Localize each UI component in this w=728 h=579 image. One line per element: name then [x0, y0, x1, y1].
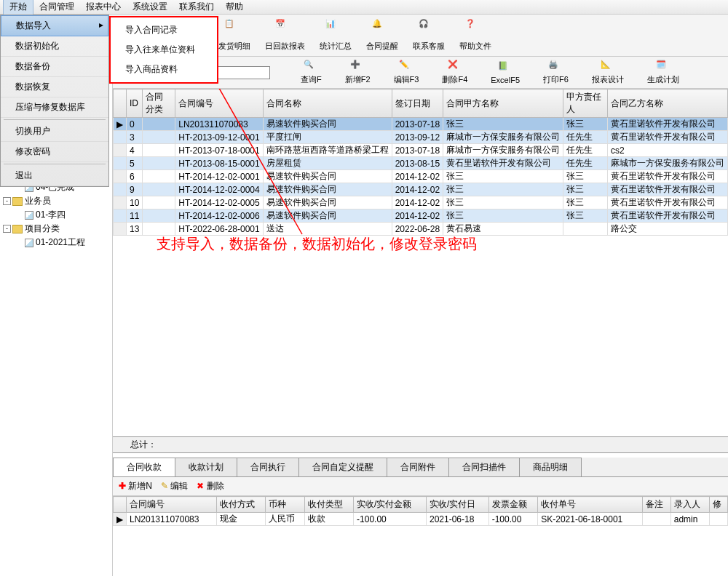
tree-label: 业务员: [25, 195, 51, 207]
table-row[interactable]: 6HT-2014-12-02-0001易速软件购买合同2014-12-02张三张…: [114, 170, 728, 183]
grid-col-header[interactable]: 合同编号: [175, 89, 263, 118]
grid-cell: 10: [127, 196, 143, 209]
dropdown-switch-user[interactable]: 切换用户: [1, 121, 108, 142]
contract-grid[interactable]: ID合同分类合同编号合同名称签订日期合同甲方名称甲方责任人合同乙方名称▶0LN2…: [113, 89, 728, 236]
detail-col-header[interactable]: 收付类型: [304, 497, 354, 513]
grid-cell: 2013-09-12: [392, 131, 443, 144]
dropdown-change-pwd[interactable]: 修改密码: [1, 142, 108, 162]
btn-excel[interactable]: 📗ExcelF5: [480, 61, 530, 84]
detail-delete[interactable]: ✖ 删除: [197, 480, 223, 492]
grid-cell: 张三: [563, 209, 608, 223]
grid-col-header[interactable]: ID: [127, 89, 143, 118]
table-row[interactable]: 5HT-2013-08-15-0001房屋租赁2013-08-15黄石里诺软件开…: [114, 157, 728, 170]
grid-cell: HT-2013-07-18-0001: [175, 144, 263, 157]
tool-help[interactable]: ❓帮助文件: [452, 17, 499, 53]
detail-edit[interactable]: ✎ 编辑: [161, 480, 188, 492]
table-row[interactable]: 3HT-2013-09-12-0001平度扛闸2013-09-12麻城市一方保安…: [114, 131, 728, 144]
grid-cell: 南环路慧垣西路等道路桥梁工程: [263, 144, 392, 157]
tree-item[interactable]: -业务员: [0, 194, 112, 208]
grid-col-header[interactable]: 合同甲方名称: [443, 89, 563, 118]
grid-cell: 房屋租赁: [263, 157, 392, 170]
menu-help[interactable]: 帮助: [220, 0, 249, 15]
tab-0[interactable]: 合同收款: [113, 458, 175, 476]
plus-icon: ✚: [119, 481, 126, 491]
dropdown-restore[interactable]: 数据恢复: [1, 77, 108, 97]
tab-2[interactable]: 合同执行: [237, 458, 299, 476]
tool-daily-report[interactable]: 📅日回款报表: [258, 17, 312, 53]
menu-settings[interactable]: 系统设置: [127, 0, 173, 15]
expand-icon[interactable]: -: [3, 197, 11, 205]
x-icon: ✖: [197, 481, 204, 491]
btn-query[interactable]: 🔍查询F: [290, 60, 332, 85]
grid-col-header[interactable]: 合同名称: [263, 89, 392, 118]
table-row[interactable]: 10HT-2014-12-02-0005易速软件购买合同2014-12-02张三…: [114, 196, 728, 209]
detail-col-header[interactable]: 实收/实付金额: [354, 497, 427, 513]
grid-cell: 0: [127, 118, 143, 131]
tool-remind[interactable]: 🔔合同提醒: [359, 17, 405, 53]
calendar-icon: 📅: [275, 19, 296, 39]
tab-1[interactable]: 收款计划: [175, 458, 237, 476]
tool-support[interactable]: 🎧联系客服: [405, 17, 452, 53]
btn-print[interactable]: 🖨️打印F6: [533, 60, 579, 85]
expand-icon[interactable]: -: [3, 225, 11, 233]
detail-add[interactable]: ✚ 新增N: [119, 480, 152, 492]
submenu-import-contract[interactable]: 导入合同记录: [111, 20, 217, 40]
submenu-import-company[interactable]: 导入往来单位资料: [111, 40, 217, 60]
btn-report-design[interactable]: 📐报表设计: [582, 60, 634, 85]
detail-col-header[interactable]: 实收/实付日: [426, 497, 488, 513]
grid-col-header[interactable]: 甲方责任人: [563, 89, 608, 118]
tab-3[interactable]: 合同自定义提醒: [298, 458, 387, 476]
btn-edit[interactable]: ✏️编辑F3: [384, 60, 430, 85]
detail-col-header[interactable]: 收付方式: [216, 497, 266, 513]
dropdown-import[interactable]: 数据导入: [1, 15, 108, 36]
menu-contact[interactable]: 联系我们: [173, 0, 220, 15]
menu-report[interactable]: 报表中心: [80, 0, 127, 15]
grid-col-header[interactable]: 签订日期: [392, 89, 443, 118]
grid-col-header[interactable]: 合同分类: [143, 89, 175, 118]
menubar: 开始 合同管理 报表中心 系统设置 联系我们 帮助: [0, 0, 728, 15]
menu-contract[interactable]: 合同管理: [33, 0, 80, 15]
grid-cell: 麻城市一方保安服务有限公司: [443, 131, 563, 144]
tool-stats[interactable]: 📊统计汇总: [312, 17, 359, 53]
detail-col-header[interactable]: 币种: [266, 497, 304, 513]
tree-item[interactable]: -项目分类: [0, 222, 112, 236]
menu-start[interactable]: 开始: [3, 0, 33, 15]
page-icon: [25, 211, 33, 220]
bell-icon: 🔔: [372, 19, 392, 39]
pencil-icon: ✎: [161, 481, 168, 491]
table-row[interactable]: ▶0LN201311070083易速软件购买合同2013-07-18张三张三黄石…: [114, 118, 728, 131]
dropdown-exit[interactable]: 退出: [1, 166, 108, 186]
detail-col-header[interactable]: 合同编号: [127, 497, 217, 513]
btn-delete[interactable]: ❌删除F4: [432, 60, 478, 85]
table-row[interactable]: 9HT-2014-12-02-0004易速软件购买合同2014-12-02张三张…: [114, 183, 728, 196]
tab-4[interactable]: 合同附件: [387, 458, 449, 476]
grid-cell: 2014-12-02: [392, 183, 443, 196]
grid-cell: 易速软件购买合同: [263, 183, 392, 196]
submenu-import-product[interactable]: 导入商品资料: [111, 60, 217, 79]
plus-icon: ➕: [350, 60, 365, 74]
dropdown-compress[interactable]: 压缩与修复数据库: [1, 97, 108, 118]
tab-5[interactable]: 合同扫描件: [448, 458, 520, 476]
detail-col-header[interactable]: 修: [710, 497, 728, 513]
btn-gen-plan[interactable]: 🗓️生成计划: [637, 60, 689, 85]
detail-col-header[interactable]: 收付单号: [538, 497, 642, 513]
table-row[interactable]: ▶LN201311070083现金人民币收款-100.002021-06-18-…: [114, 513, 728, 526]
grid-col-header[interactable]: 合同乙方名称: [608, 89, 728, 118]
detail-col-header[interactable]: 发票金额: [488, 497, 538, 513]
detail-col-header[interactable]: 录入人: [670, 497, 709, 513]
tree-item[interactable]: 01-李四: [0, 208, 112, 222]
tab-6[interactable]: 商品明细: [519, 458, 582, 476]
tree-item[interactable]: 01-2021工程: [0, 236, 112, 249]
grid-cell: 路公交: [608, 223, 728, 236]
grid-cell: LN201311070083: [127, 513, 217, 526]
dropdown-backup[interactable]: 数据备份: [1, 57, 108, 77]
table-row[interactable]: 4HT-2013-07-18-0001南环路慧垣西路等道路桥梁工程2013-07…: [114, 144, 728, 157]
grid-cell: LN201311070083: [175, 118, 263, 131]
row-indicator: ▶: [114, 513, 127, 526]
detail-col-header[interactable]: 备注: [642, 497, 670, 513]
table-row[interactable]: 11HT-2014-12-02-0006易速软件购买合同2014-12-02张三…: [114, 209, 728, 223]
detail-grid[interactable]: 合同编号收付方式币种收付类型实收/实付金额实收/实付日发票金额收付单号备注录入人…: [113, 496, 728, 526]
table-row[interactable]: 13HT-2022-06-28-0001送达2022-06-28黄石易速路公交: [114, 223, 728, 236]
btn-new[interactable]: ➕新增F2: [335, 60, 381, 85]
dropdown-init[interactable]: 数据初始化: [1, 36, 108, 57]
